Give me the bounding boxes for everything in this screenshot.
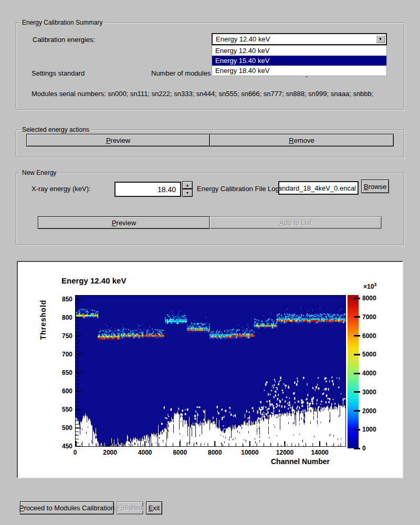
x-tick-label: 6000 — [164, 449, 196, 456]
x-tick-label: 12000 — [269, 449, 300, 456]
remove-button[interactable]: Remove — [209, 134, 394, 146]
file-log-label: Energy Calibration File Log — [197, 185, 279, 193]
calibration-energies-label: Calibration energies: — [33, 36, 95, 44]
colorbar-tick-label: 5000 — [362, 351, 376, 358]
colorbar-tick-label: 7000 — [362, 313, 376, 321]
combobox-value: Energy 12.40 keV — [216, 35, 270, 43]
add-to-list-button-label: A — [279, 219, 284, 227]
colorbar-tick-label: 0 — [362, 445, 366, 452]
colorbar-tick-label: 4000 — [362, 370, 376, 377]
y-tick-label: 550 — [49, 406, 72, 413]
summary-group-title: Energy Calibration Summary — [20, 19, 104, 26]
combobox-dropdown-button[interactable]: ▼ — [376, 35, 385, 43]
x-tick-label: 0 — [59, 449, 91, 456]
colorbar-tick — [354, 354, 360, 355]
y-tick-label: 850 — [49, 296, 72, 303]
x-tick-label: 4000 — [129, 449, 161, 456]
plot-title: Energy 12.40 keV — [61, 276, 126, 285]
colorbar-multiplier: ×103 — [363, 282, 376, 290]
actions-group-title: Selected energy actions — [20, 126, 91, 133]
arrow-down-icon: ▼ — [186, 191, 190, 195]
x-tick-label: 8000 — [199, 449, 230, 456]
x-axis-title: Channel Number — [248, 457, 353, 466]
x-tick-label: 14000 — [304, 449, 335, 456]
y-tick-label: 650 — [49, 369, 72, 376]
remove-button-label: R — [289, 136, 293, 144]
dropdown-item-1[interactable]: Energy 15.40 keV — [212, 56, 386, 66]
new-energy-group-title: New Energy — [20, 169, 58, 176]
chevron-down-icon: ▼ — [379, 37, 383, 41]
colorbar-tick-label: 2000 — [362, 407, 376, 415]
file-log-value: standard_18_4keV_0.encal — [278, 184, 356, 192]
colorbar-tick-label: 6000 — [362, 332, 376, 340]
colorbar-tick — [354, 448, 360, 449]
preview-selected-button-label: P — [106, 136, 111, 144]
preview-new-button-label: P — [112, 219, 117, 227]
finished-button-label: F — [117, 504, 121, 512]
calibration-window: { "summary": { "title": "Energy Calibrat… — [0, 0, 420, 525]
xray-energy-value: 18.40 — [158, 185, 176, 194]
xray-energy-label: X-ray energy (keV): — [32, 185, 91, 193]
proceed-button-label: P — [19, 504, 24, 512]
y-tick-label: 600 — [49, 387, 72, 395]
browse-button-label: B — [364, 183, 369, 191]
modules-serial-numbers-label: Modules serial numbers: sn000; sn111; sn… — [32, 90, 373, 98]
colorbar-tick — [354, 316, 360, 318]
finished-button[interactable]: Finished — [117, 501, 143, 514]
arrow-up-icon: ▲ — [186, 183, 190, 187]
number-of-modules-label: Number of modules 12 — [151, 69, 220, 77]
preview-new-button[interactable]: Preview — [38, 216, 210, 229]
add-to-list-button[interactable]: Add to List — [209, 216, 382, 229]
y-tick-label: 500 — [49, 424, 72, 432]
y-tick-label: 700 — [49, 351, 72, 358]
preview-selected-button[interactable]: Preview — [26, 134, 210, 146]
plot-panel: Energy 12.40 keV Threshold 4505005506006… — [17, 261, 403, 478]
x-tick-label: 2000 — [94, 449, 126, 456]
calibration-energies-combobox[interactable]: Energy 12.40 keV ▼ — [212, 33, 387, 45]
colorbar-tick — [354, 373, 360, 374]
x-tick-label: 10000 — [234, 449, 266, 456]
colorbar-tick — [354, 298, 360, 299]
calibration-energies-dropdown: Energy 12.40 keV Energy 15.40 keV Energy… — [212, 45, 387, 76]
colorbar-tick-label: 3000 — [362, 388, 376, 396]
colorbar-tick-label: 1000 — [362, 426, 376, 433]
file-log-input[interactable]: standard_18_4keV_0.encal — [278, 181, 359, 195]
colorbar-tick-label: 8000 — [362, 295, 376, 302]
colorbar — [348, 295, 359, 448]
dropdown-item-0[interactable]: Energy 12.40 keV — [212, 46, 386, 56]
heatmap-canvas — [75, 295, 346, 447]
dropdown-item-2[interactable]: Energy 18.40 keV — [212, 66, 386, 76]
colorbar-tick — [354, 335, 360, 337]
settings-standard-label: Settings standard — [32, 69, 85, 77]
colorbar-tick — [354, 410, 360, 412]
y-tick-label: 750 — [49, 332, 72, 340]
exit-button[interactable]: Exit — [146, 501, 162, 514]
proceed-to-modules-calibration-button[interactable]: Proceed to Modules Calibration — [20, 501, 114, 514]
colorbar-tick — [354, 391, 360, 393]
spin-down-button[interactable]: ▼ — [182, 189, 193, 197]
y-tick-label: 800 — [49, 314, 72, 321]
xray-energy-spinbox[interactable]: 18.40 — [114, 182, 181, 197]
exit-button-label: E — [149, 504, 153, 512]
browse-button[interactable]: Browse — [361, 180, 389, 193]
y-axis-title: Threshold — [39, 300, 47, 340]
spin-up-button[interactable]: ▲ — [182, 181, 193, 189]
colorbar-tick — [354, 429, 360, 430]
